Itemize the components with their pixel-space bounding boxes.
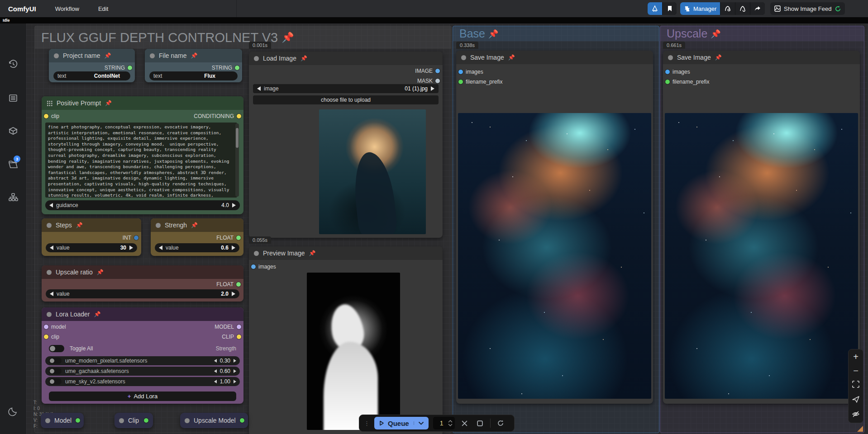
output-dot[interactable] xyxy=(237,335,241,339)
lora-row[interactable]: ume_sky_v2.safetensors 1.00 xyxy=(45,377,240,386)
batch-steppers[interactable] xyxy=(448,420,453,426)
image-select-widget[interactable]: image 01 (1).jpg xyxy=(253,84,439,93)
custom-nodes-button[interactable] xyxy=(720,2,735,15)
output-dot[interactable] xyxy=(128,66,132,70)
collapse-dot[interactable] xyxy=(254,251,259,256)
decrement-arrow[interactable] xyxy=(214,359,217,363)
increment-arrow[interactable] xyxy=(234,380,236,383)
output-dot[interactable] xyxy=(236,282,241,287)
output-dot[interactable] xyxy=(235,66,239,70)
decrement-arrow[interactable] xyxy=(214,369,217,373)
theme-moon-icon[interactable] xyxy=(8,406,19,417)
output-dot[interactable] xyxy=(237,325,241,329)
group-resize-handle[interactable] xyxy=(857,426,863,432)
node-model-collapsed[interactable]: Model xyxy=(41,413,84,428)
decrement-arrow[interactable] xyxy=(49,203,53,208)
lora-toggle[interactable] xyxy=(49,378,62,385)
clear-queue-button[interactable] xyxy=(459,420,470,427)
input-dot[interactable] xyxy=(44,325,48,329)
increment-arrow[interactable] xyxy=(129,245,133,250)
queue-dropdown[interactable] xyxy=(414,421,424,425)
collapse-dot[interactable] xyxy=(668,55,673,60)
value-widget[interactable]: value 0.6 xyxy=(155,243,239,252)
refresh-button[interactable] xyxy=(495,420,506,427)
prompt-scrollbar-thumb[interactable] xyxy=(236,128,238,148)
collapse-dot[interactable] xyxy=(461,55,466,60)
prompt-textarea[interactable]: fine art photography, conceptual express… xyxy=(45,123,237,198)
collapse-dot[interactable] xyxy=(54,53,59,58)
increment-arrow[interactable] xyxy=(234,359,236,363)
model-library-icon[interactable] xyxy=(8,126,19,137)
fit-view-button[interactable] xyxy=(852,380,860,390)
grid-dots-icon[interactable] xyxy=(47,100,52,106)
node-map-icon[interactable] xyxy=(8,192,19,203)
node-header[interactable]: Save Image 📌 xyxy=(663,51,860,64)
show-image-feed-button[interactable]: Show Image Feed xyxy=(770,2,845,15)
output-dot[interactable] xyxy=(134,236,138,240)
upload-button[interactable]: choose file to upload xyxy=(253,95,439,104)
collapse-dot[interactable] xyxy=(47,270,52,275)
decrement-arrow[interactable] xyxy=(50,245,53,250)
increment-arrow[interactable] xyxy=(232,203,236,208)
guidance-widget[interactable]: guidance 4.0 xyxy=(45,200,240,210)
prev-image-arrow[interactable] xyxy=(257,86,261,91)
node-header[interactable]: Steps 📌 xyxy=(42,218,141,232)
node-upscale-model-collapsed[interactable]: Upscale Model xyxy=(180,413,248,428)
input-dot[interactable] xyxy=(458,70,463,74)
batch-count-input[interactable]: 1 xyxy=(433,417,455,429)
select-mode-button[interactable] xyxy=(852,395,860,405)
node-positive-prompt[interactable]: Positive Prompt 📌 clip CONDITIONING fine… xyxy=(42,96,243,214)
input-dot[interactable] xyxy=(44,114,48,118)
node-save-image-base[interactable]: Save Image 📌 images filename_prefix xyxy=(456,51,653,404)
collapse-dot[interactable] xyxy=(45,418,50,423)
collapse-dot[interactable] xyxy=(47,223,52,228)
lora-toggle[interactable] xyxy=(49,368,62,374)
node-header[interactable]: Load Image 📌 xyxy=(249,52,443,65)
node-header[interactable]: Save Image 📌 xyxy=(456,51,653,64)
output-dot[interactable] xyxy=(435,69,440,73)
lora-toggle[interactable] xyxy=(49,358,62,364)
node-header[interactable]: Lora Loader 📌 xyxy=(42,307,243,321)
next-image-arrow[interactable] xyxy=(431,86,434,91)
add-lora-button[interactable]: + Add Lora xyxy=(49,392,236,401)
lora-row[interactable]: ume_gachaak.safetensors 0.60 xyxy=(45,367,240,376)
node-file-name[interactable]: File name 📌 STRING text Flux xyxy=(145,49,242,82)
decrement-arrow[interactable] xyxy=(50,292,53,296)
toggle-all-switch[interactable] xyxy=(49,345,64,352)
output-dot[interactable] xyxy=(236,236,241,240)
node-lora-loader[interactable]: Lora Loader 📌 model MODEL clip CLIP xyxy=(42,307,243,404)
menu-edit[interactable]: Edit xyxy=(98,5,108,12)
node-header[interactable]: Strengh 📌 xyxy=(151,218,243,232)
collapse-dot[interactable] xyxy=(47,312,52,317)
output-dot[interactable] xyxy=(240,418,244,423)
graph-canvas-button[interactable] xyxy=(648,2,662,15)
increment-arrow[interactable] xyxy=(234,369,236,373)
toggle-links-visibility-button[interactable] xyxy=(852,410,860,420)
node-header[interactable]: File name 📌 xyxy=(145,49,242,62)
node-clip-collapsed[interactable]: Clip xyxy=(114,413,153,428)
node-upscale-ratio[interactable]: Upscale ratio 📌 FLOAT value 2.0 xyxy=(42,265,243,302)
node-save-image-upscale[interactable]: Save Image 📌 images filename_prefix xyxy=(663,51,860,404)
share-button[interactable] xyxy=(750,2,765,15)
input-dot[interactable] xyxy=(458,80,463,84)
prompt-scrollbar[interactable] xyxy=(235,123,239,197)
zoom-in-button[interactable]: + xyxy=(853,352,858,361)
group-base-header[interactable]: Base 📌 xyxy=(453,26,659,41)
menu-workflow[interactable]: Workflow xyxy=(55,5,79,12)
text-widget[interactable]: text Flux xyxy=(149,71,238,80)
zoom-out-button[interactable]: − xyxy=(853,366,858,375)
node-project-name[interactable]: Project name 📌 STRING text ContolNet xyxy=(49,49,135,82)
collapse-dot[interactable] xyxy=(119,418,124,423)
input-dot[interactable] xyxy=(44,335,48,339)
node-header[interactable]: Project name 📌 xyxy=(49,49,135,62)
input-dot[interactable] xyxy=(665,70,670,74)
lora-row[interactable]: ume_modern_pixelart.safetensors 0.30 xyxy=(45,356,240,365)
output-dot[interactable] xyxy=(76,418,80,423)
node-preview-image[interactable]: Preview Image 📌 images xyxy=(249,246,443,434)
input-dot[interactable] xyxy=(251,264,256,269)
history-icon[interactable] xyxy=(8,59,19,70)
value-widget[interactable]: value 2.0 xyxy=(46,289,239,298)
collapse-dot[interactable] xyxy=(156,223,161,228)
output-dot[interactable] xyxy=(435,79,440,83)
node-header[interactable]: Positive Prompt 📌 xyxy=(42,96,243,110)
